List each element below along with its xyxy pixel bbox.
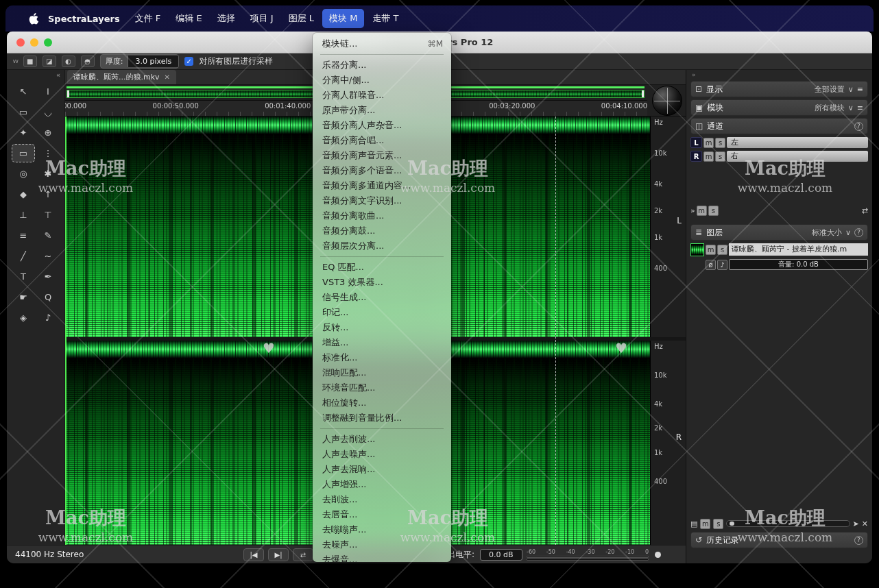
time-cursor-tool[interactable]: I: [36, 82, 60, 101]
layers-stack-icon[interactable]: ▤: [690, 519, 697, 528]
module-menu-item[interactable]: 增益...: [313, 335, 451, 350]
module-menu-item[interactable]: 音频分离多个语音...: [313, 163, 451, 178]
menubar-app-name[interactable]: SpectraLayers: [47, 14, 127, 24]
blend-solo-button[interactable]: s: [713, 519, 723, 529]
module-menu-item[interactable]: 混响匹配...: [313, 365, 451, 380]
layers-preset-dropdown[interactable]: 标准大小: [812, 228, 842, 238]
channels-section-header[interactable]: ◫ 通道 ?: [690, 118, 868, 134]
trash-icon[interactable]: ✕: [862, 519, 868, 528]
mute-button[interactable]: m: [703, 151, 714, 162]
history-help-icon[interactable]: ?: [854, 536, 863, 545]
frequency-range-select-tool[interactable]: ⋮: [36, 144, 60, 162]
selection-intersect-button[interactable]: ◓: [81, 56, 95, 67]
hand-tool[interactable]: ☛: [12, 288, 35, 306]
module-menu-item[interactable]: 乐器分离...: [313, 58, 451, 73]
module-menu-item[interactable]: 去爆音...: [313, 552, 451, 562]
similarity-select-tool[interactable]: ⊕: [36, 123, 60, 142]
module-menu-item[interactable]: 环境音匹配...: [313, 380, 451, 395]
modules-menu-icon[interactable]: ≡: [857, 103, 863, 112]
module-menu-item[interactable]: 分离人群噪音...: [313, 88, 451, 103]
blend-mute-button[interactable]: m: [700, 519, 710, 529]
lasso-select-tool[interactable]: ◡: [36, 103, 60, 121]
channel-name[interactable]: 左: [727, 137, 868, 148]
minimize-button[interactable]: [30, 38, 38, 47]
module-menu-item[interactable]: 音频分离合唱...: [313, 133, 451, 148]
clone-stamp-tool[interactable]: ⊥: [12, 206, 35, 224]
eraser-tool[interactable]: ◆: [12, 185, 35, 204]
selection-add-button[interactable]: ◪: [43, 56, 56, 67]
apple-logo-icon[interactable]: [29, 13, 38, 25]
rectangle-select-tool[interactable]: ▭: [12, 103, 35, 121]
zoom-tool[interactable]: Q: [36, 288, 60, 306]
module-menu-item[interactable]: 人声去混响...: [313, 462, 451, 477]
routing-icon[interactable]: ⇄: [862, 206, 868, 215]
magic-wand-tool[interactable]: ✦: [12, 123, 35, 142]
noise-select-tool[interactable]: ✱: [36, 164, 60, 183]
brush-tool[interactable]: ✎: [36, 226, 60, 245]
move-tool[interactable]: ↖: [12, 82, 35, 101]
module-menu-item[interactable]: 相位旋转...: [313, 395, 451, 411]
loop-button[interactable]: ⇄: [293, 548, 313, 561]
menubar-item[interactable]: 文件 F: [128, 9, 168, 28]
menubar-item[interactable]: 模块 M: [322, 9, 364, 28]
skip-to-start-button[interactable]: |◀: [243, 548, 264, 561]
pin-icon[interactable]: ➤: [853, 519, 859, 528]
module-menu-item[interactable]: 音频层次分离...: [313, 238, 451, 254]
menubar-item[interactable]: 编辑 E: [169, 9, 208, 28]
module-menu-item[interactable]: 模块链... ⌘M: [313, 36, 451, 51]
module-menu-item[interactable]: 人声去噪声...: [313, 447, 451, 462]
palette-collapse-icon[interactable]: «: [56, 71, 60, 79]
layers-section-header[interactable]: ≣ 图层 标准大小 ∨ ?: [690, 224, 868, 241]
selection-subtract-button[interactable]: ◐: [62, 56, 75, 67]
layer-name[interactable]: 谭咏麟、顾芮宁 - 披着羊皮的狼.m: [729, 243, 868, 256]
layer-thumbnail[interactable]: [690, 243, 704, 256]
smudge-tool[interactable]: ~: [36, 247, 60, 265]
output-level-value[interactable]: 0.0 dB: [480, 549, 522, 561]
solo-button[interactable]: s: [715, 151, 725, 162]
module-menu-item[interactable]: 分离中/侧...: [313, 73, 451, 88]
module-menu-item[interactable]: 音频分离声音元素...: [313, 148, 451, 163]
layer-midi-button[interactable]: ♪: [717, 260, 727, 270]
menubar-item[interactable]: 选择: [210, 9, 242, 28]
toolbar-chevrons-icon[interactable]: ∨∨: [12, 58, 18, 64]
solo-button[interactable]: s: [715, 138, 725, 148]
modules-preset-dropdown[interactable]: 所有模块: [815, 103, 845, 113]
thickness-input[interactable]: 3.0 pixels: [128, 56, 178, 67]
panel-collapse-icon[interactable]: »: [692, 71, 696, 78]
module-menu-item[interactable]: 去唇音...: [313, 507, 451, 522]
master-expand-icon[interactable]: »: [690, 206, 695, 215]
skip-to-end-button[interactable]: ▶|: [268, 548, 289, 561]
module-menu-item[interactable]: 人声增强...: [313, 477, 451, 492]
channels-help-icon[interactable]: ?: [854, 122, 863, 131]
history-section-header[interactable]: ↺ 历史记录 ?: [690, 532, 868, 548]
menubar-item[interactable]: 项目 J: [243, 9, 280, 28]
layer-row[interactable]: m s 谭咏麟、顾芮宁 - 披着羊皮的狼.m: [690, 243, 868, 256]
display-preset-dropdown[interactable]: 全部设置: [815, 84, 845, 95]
channel-name[interactable]: 右: [727, 151, 868, 162]
module-menu-item[interactable]: 音频分离人声杂音...: [313, 118, 451, 133]
layer-solo-button[interactable]: s: [717, 245, 727, 255]
module-menu-item[interactable]: 印记...: [313, 305, 451, 320]
text-tool[interactable]: T: [12, 267, 35, 286]
menubar-item[interactable]: 图层 L: [282, 9, 321, 28]
playback-tool[interactable]: ♪: [36, 308, 60, 327]
menubar-item[interactable]: 走带 T: [365, 9, 405, 28]
module-menu-item[interactable]: 去削波...: [313, 492, 451, 507]
heal-tool[interactable]: ⊤: [36, 206, 60, 224]
module-menu-item[interactable]: 反转...: [313, 320, 451, 335]
layers-help-icon[interactable]: ?: [854, 228, 863, 237]
module-menu-item[interactable]: 去噪声...: [313, 537, 451, 552]
display-menu-icon[interactable]: ≡: [857, 85, 863, 94]
time-range-select-tool[interactable]: ▭: [12, 144, 35, 162]
master-mute-button[interactable]: m: [697, 206, 707, 216]
module-menu-item[interactable]: 音频分离歌曲...: [313, 208, 451, 223]
module-menu-item[interactable]: 调整融到音量比例...: [313, 411, 451, 426]
module-menu-item[interactable]: VST3 效果器...: [313, 275, 451, 290]
playhead-line[interactable]: [65, 117, 67, 545]
layer-mute-button[interactable]: m: [706, 245, 716, 255]
document-tab[interactable]: 谭咏麟、顾芮...的狼.mkv ✕: [67, 70, 176, 84]
module-menu-item[interactable]: 去嗡嗡声...: [313, 522, 451, 537]
modules-section-header[interactable]: ▣ 模块 所有模块 ∨ ≡: [690, 99, 868, 116]
edit-cursor-line[interactable]: [555, 117, 556, 545]
module-menu-item[interactable]: 音频分离文字识别...: [313, 193, 451, 208]
